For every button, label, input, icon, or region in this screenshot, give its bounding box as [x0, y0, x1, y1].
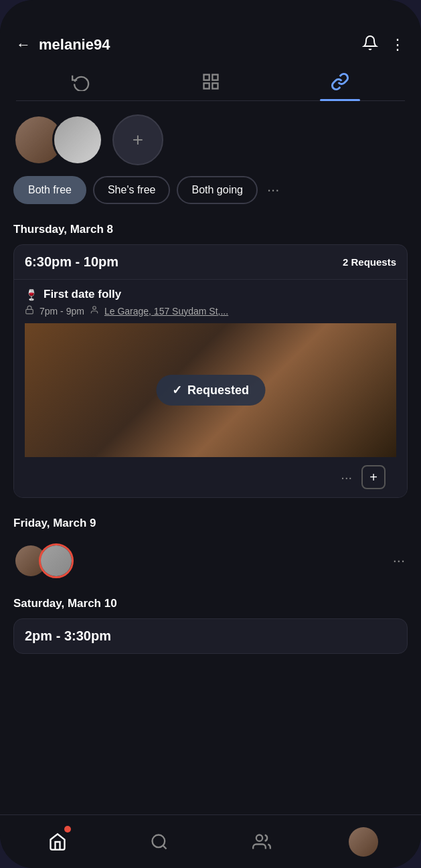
bottom-nav — [0, 814, 421, 868]
avatars-row: + — [13, 101, 408, 176]
nav-user-avatar — [349, 827, 378, 857]
location-icon — [90, 305, 99, 317]
avatar-user2 — [52, 114, 103, 165]
event-time-range: 6:30pm - 10pm — [25, 254, 118, 270]
requested-badge: ✓ Requested — [156, 375, 265, 406]
lock-icon — [25, 305, 34, 317]
phone-container: ← melanie94 ⋮ — [0, 0, 421, 868]
nav-profile[interactable] — [343, 822, 384, 862]
saturday-heading: Saturday, March 10 — [13, 592, 408, 618]
username-title: melanie94 — [39, 36, 110, 54]
svg-rect-4 — [26, 309, 33, 313]
chip-shes-free[interactable]: She's free — [93, 176, 171, 204]
chip-both-going[interactable]: Both going — [177, 176, 258, 204]
bell-icon[interactable] — [362, 35, 378, 55]
svg-point-8 — [256, 835, 262, 841]
tabs-bar — [16, 63, 405, 101]
event-title-row: 🍷 First date folly — [25, 288, 396, 301]
friday-row: ··· — [13, 538, 408, 592]
friday-more-button[interactable]: ··· — [390, 552, 408, 570]
main-content: + Both free She's free Both going ··· Th… — [0, 101, 421, 814]
friday-avatars — [13, 543, 74, 578]
chip-both-free[interactable]: Both free — [13, 176, 86, 204]
svg-line-7 — [163, 845, 167, 849]
saturday-time-range: 2pm - 3:30pm — [25, 628, 111, 643]
event-card-header: 6:30pm - 10pm 2 Requests — [14, 245, 407, 279]
status-bar — [0, 0, 421, 29]
event-actions: ··· + — [25, 457, 396, 497]
nav-people[interactable] — [242, 822, 282, 862]
event-location[interactable]: Le Garage, 157 Suydam St,... — [104, 306, 228, 317]
svg-rect-1 — [212, 75, 218, 80]
event-inner: 🍷 First date folly 7pm - 9pm — [14, 279, 407, 497]
requests-badge: 2 Requests — [343, 256, 396, 268]
tab-history[interactable] — [16, 63, 146, 100]
wine-glass-icon: 🍷 — [25, 288, 38, 301]
nav-home[interactable] — [37, 822, 78, 862]
event-add-button[interactable]: + — [361, 465, 386, 489]
event-title: First date folly — [44, 288, 121, 301]
svg-point-6 — [153, 835, 165, 847]
tab-link[interactable] — [275, 63, 405, 100]
tab-grid[interactable] — [146, 63, 276, 100]
event-sub-time: 7pm - 9pm — [39, 306, 84, 317]
saturday-card: 2pm - 3:30pm — [13, 618, 408, 654]
home-notification-dot — [64, 826, 71, 833]
thursday-heading: Thursday, March 8 — [13, 218, 408, 244]
checkmark-icon: ✓ — [172, 383, 182, 398]
header: ← melanie94 ⋮ — [0, 29, 421, 101]
back-button[interactable]: ← — [16, 36, 31, 54]
more-vertical-icon[interactable]: ⋮ — [390, 36, 405, 54]
chips-more-button[interactable]: ··· — [264, 181, 282, 199]
svg-rect-3 — [212, 83, 218, 88]
svg-rect-2 — [203, 83, 209, 88]
event-more-button[interactable]: ··· — [341, 470, 352, 485]
friday-avatar-2 — [39, 543, 74, 578]
filter-chips-row: Both free She's free Both going ··· — [13, 176, 408, 218]
add-person-button[interactable]: + — [112, 114, 163, 165]
svg-rect-0 — [203, 75, 209, 80]
nav-search[interactable] — [139, 822, 179, 862]
restaurant-image: ✓ Requested — [25, 323, 396, 457]
event-card-thursday: 6:30pm - 10pm 2 Requests 🍷 First date fo… — [13, 244, 408, 498]
svg-point-5 — [93, 307, 96, 310]
friday-heading: Friday, March 9 — [13, 511, 408, 538]
event-meta-row: 7pm - 9pm Le Garage, 157 Suydam St,... — [25, 305, 396, 317]
